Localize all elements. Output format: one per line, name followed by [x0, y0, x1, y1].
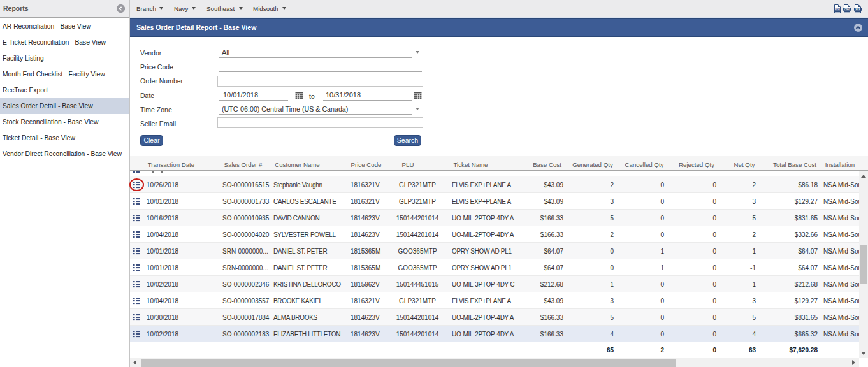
svg-text:XLS: XLS	[855, 8, 860, 11]
svg-text:PDF: PDF	[835, 8, 840, 11]
svg-text:CSV: CSV	[844, 8, 850, 11]
